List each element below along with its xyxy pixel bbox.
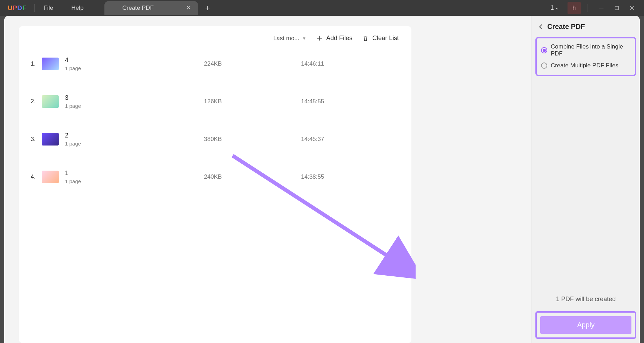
file-time: 14:45:37: [301, 136, 324, 143]
file-size: 126KB: [204, 98, 295, 105]
file-time: 14:38:55: [301, 173, 324, 180]
menu-help[interactable]: Help: [62, 5, 93, 12]
add-tab-button[interactable]: +: [198, 3, 217, 13]
maximize-button[interactable]: [609, 2, 624, 14]
file-size: 380KB: [204, 136, 295, 143]
option-label: Create Multiple PDF Files: [551, 62, 619, 69]
output-options-highlight: Combine Files into a Single PDF Create M…: [535, 37, 636, 76]
app-logo: UPDF: [0, 4, 34, 12]
file-name: 2: [65, 132, 198, 139]
file-thumbnail: [42, 95, 59, 108]
tab-create-pdf[interactable]: Create PDF ✕: [104, 1, 198, 15]
file-row[interactable]: 1. 4 1 page 224KB 14:46:11: [29, 52, 411, 76]
add-files-button[interactable]: Add Files: [316, 35, 352, 42]
file-list: 1. 4 1 page 224KB 14:46:11 2. 3 1 page: [19, 48, 411, 189]
clear-list-button[interactable]: Clear List: [362, 35, 399, 42]
app-body: Last mo... ▼ Add Files Clear List 1.: [4, 16, 640, 343]
panel-title: Create PDF: [547, 23, 585, 31]
file-row[interactable]: 4. 1 1 page 240KB 14:38:55: [29, 165, 411, 189]
titlebar: UPDF File Help Create PDF ✕ + 1 ⌄ h: [0, 0, 644, 16]
file-pages: 1 page: [65, 178, 198, 184]
file-size: 224KB: [204, 60, 295, 67]
window-count[interactable]: 1 ⌄: [549, 4, 561, 12]
file-pages: 1 page: [65, 103, 198, 109]
apply-highlight: Apply: [535, 311, 636, 339]
row-index: 2.: [29, 98, 36, 105]
row-index: 1.: [29, 60, 36, 67]
back-icon[interactable]: [538, 24, 544, 30]
add-files-label: Add Files: [326, 35, 352, 42]
option-combine-single[interactable]: Combine Files into a Single PDF: [541, 43, 631, 57]
file-thumbnail: [42, 58, 59, 70]
clear-list-label: Clear List: [372, 35, 399, 42]
creation-status: 1 PDF will be created: [532, 296, 640, 311]
menu-file[interactable]: File: [35, 5, 62, 12]
file-time: 14:46:11: [301, 60, 324, 67]
radio-unselected-icon: [541, 62, 547, 69]
file-size: 240KB: [204, 173, 295, 180]
row-index: 3.: [29, 136, 36, 143]
file-pages: 1 page: [65, 141, 198, 147]
row-index: 4.: [29, 173, 36, 180]
radio-selected-icon: [541, 47, 547, 53]
minimize-button[interactable]: [594, 2, 609, 14]
option-label: Combine Files into a Single PDF: [551, 43, 631, 57]
file-time: 14:45:55: [301, 98, 324, 105]
sort-dropdown[interactable]: Last mo... ▼: [273, 35, 306, 42]
window-count-value: 1: [550, 4, 554, 12]
panel-header: Create PDF: [532, 16, 640, 37]
file-name: 4: [65, 57, 198, 64]
close-window-button[interactable]: [624, 2, 640, 14]
file-list-card: Last mo... ▼ Add Files Clear List 1.: [19, 26, 411, 343]
svg-rect-1: [615, 6, 619, 10]
file-row[interactable]: 3. 2 1 page 380KB 14:45:37: [29, 127, 411, 151]
chevron-down-icon: ⌄: [555, 5, 559, 10]
user-avatar[interactable]: h: [568, 2, 581, 14]
divider: [587, 4, 587, 12]
file-thumbnail: [42, 171, 59, 183]
file-row[interactable]: 2. 3 1 page 126KB 14:45:55: [29, 89, 411, 114]
file-name: 3: [65, 94, 198, 102]
option-create-multiple[interactable]: Create Multiple PDF Files: [541, 62, 631, 69]
dropdown-icon: ▼: [302, 36, 306, 41]
file-thumbnail: [42, 133, 59, 146]
sort-label: Last mo...: [273, 35, 299, 42]
tab-title: Create PDF: [112, 5, 164, 12]
apply-button[interactable]: Apply: [540, 316, 631, 334]
file-name: 1: [65, 170, 198, 177]
file-pages: 1 page: [65, 65, 198, 71]
create-pdf-panel: Create PDF Combine Files into a Single P…: [532, 16, 640, 343]
file-list-area: Last mo... ▼ Add Files Clear List 1.: [4, 16, 411, 343]
list-toolbar: Last mo... ▼ Add Files Clear List: [19, 35, 411, 48]
close-tab-icon[interactable]: ✕: [185, 3, 192, 13]
